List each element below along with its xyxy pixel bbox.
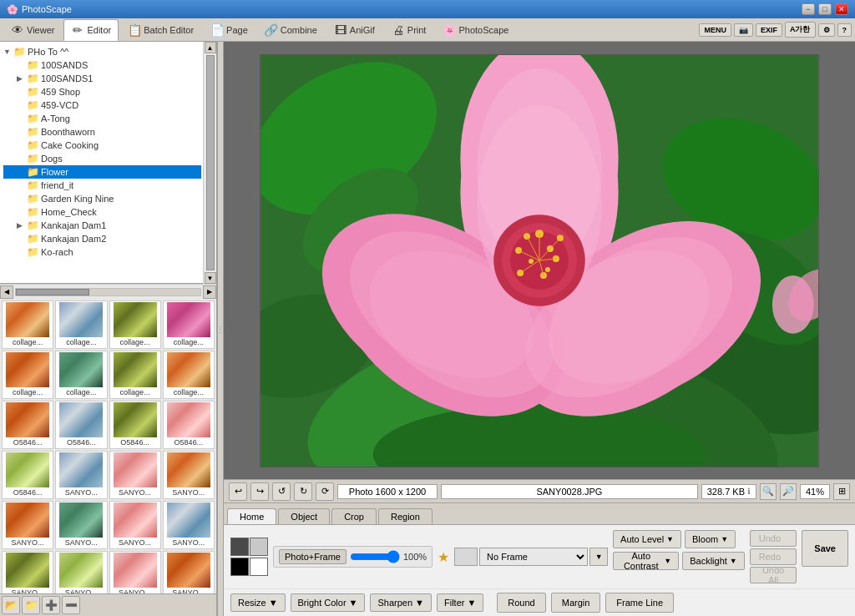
round-btn[interactable]: Round (497, 593, 545, 613)
list-item[interactable]: collage... (2, 300, 53, 349)
dark-swatch[interactable] (230, 538, 249, 556)
frame-line-btn[interactable]: Frame Line (605, 593, 674, 613)
refresh-btn[interactable]: ⟳ (316, 482, 334, 501)
tree-item-459vcd[interactable]: 📁 459-VCD (3, 98, 201, 112)
open-folder-btn[interactable]: 📂 (2, 596, 20, 614)
list-item[interactable]: O5846... (2, 451, 53, 499)
new-folder-btn[interactable]: 📁 (22, 596, 40, 614)
redo-btn[interactable]: ↪ (250, 482, 269, 501)
settings-btn[interactable]: ⚙ (818, 23, 835, 37)
lang-btn[interactable]: A가한 (785, 22, 816, 38)
rotate-left-btn[interactable]: ↺ (272, 482, 291, 501)
list-item[interactable]: collage... (109, 300, 161, 349)
add-btn[interactable]: ➕ (42, 596, 60, 614)
tab-home[interactable]: Home (227, 508, 276, 524)
hscroll-left-btn[interactable]: ◀ (0, 285, 13, 299)
hscroll-thumb[interactable] (16, 289, 89, 295)
hscroll-right-btn[interactable]: ▶ (203, 285, 216, 299)
tree-item-friendit[interactable]: 📁 friend_it (3, 179, 201, 192)
camera-btn[interactable]: 📷 (734, 23, 753, 37)
tree-item-flower[interactable]: 📁 Flower (3, 165, 201, 179)
zoom-out-btn[interactable]: 🔍 (760, 483, 777, 500)
tree-item-100sands1[interactable]: ▶ 📁 100SANDS1 (3, 72, 201, 85)
frame-select[interactable]: No Frame (479, 548, 588, 566)
tab-combine[interactable]: 🔗 Combine (257, 19, 325, 41)
resize-handle[interactable] (217, 42, 224, 616)
tree-item-homecheck[interactable]: 📁 Home_Check (3, 205, 201, 219)
minimize-button[interactable]: − (802, 3, 815, 15)
bright-color-btn[interactable]: Bright Color ▼ (291, 593, 366, 612)
photo-frame-btn[interactable]: Photo+Frame (279, 549, 347, 564)
list-item[interactable]: SANYO... (109, 551, 161, 593)
undo-btn[interactable]: ↩ (229, 482, 247, 501)
list-item[interactable]: SANYO... (163, 451, 215, 499)
save-btn[interactable]: Save (802, 530, 848, 567)
tab-editor[interactable]: ✏ Editor (63, 19, 119, 41)
zoom-in-btn[interactable]: 🔎 (780, 483, 797, 500)
undo-history-btn[interactable]: Undo (750, 530, 797, 547)
list-item[interactable]: SANYO... (55, 501, 107, 549)
tree-item-dogs[interactable]: 📁 Dogs (3, 152, 201, 165)
tab-anigif[interactable]: 🎞 AniGif (326, 19, 382, 41)
close-button[interactable]: ✕ (835, 3, 848, 15)
hscroll-track[interactable] (15, 288, 201, 296)
light-swatch[interactable] (250, 538, 268, 556)
maximize-button[interactable]: □ (818, 3, 832, 15)
tab-region[interactable]: Region (378, 508, 433, 524)
list-item[interactable]: SANYO... (2, 551, 53, 593)
list-item[interactable]: O5846... (2, 401, 53, 449)
redo-history-btn[interactable]: Redo (750, 548, 797, 565)
opacity-slider[interactable] (350, 551, 400, 563)
list-item[interactable]: SANYO... (163, 501, 215, 549)
tree-scrollbar[interactable]: ▲ ▼ (203, 42, 216, 284)
margin-btn[interactable]: Margin (551, 593, 601, 613)
list-item[interactable]: O5846... (163, 401, 215, 449)
auto-contrast-btn[interactable]: Auto Contrast ▼ (613, 552, 679, 570)
auto-level-btn[interactable]: Auto Level ▼ (613, 530, 681, 548)
list-item[interactable]: O5846... (109, 401, 161, 449)
exif-btn[interactable]: EXIF (756, 23, 782, 37)
frame-select-dropdown-btn[interactable]: ▼ (589, 548, 608, 566)
help-btn[interactable]: ? (837, 23, 852, 37)
tab-batch[interactable]: 📋 Batch Editor (120, 19, 201, 41)
list-item[interactable]: SANYO... (109, 501, 161, 549)
tab-viewer[interactable]: 👁 Viewer (3, 19, 62, 41)
list-item[interactable]: O5846... (55, 401, 107, 449)
scroll-down-btn[interactable]: ▼ (205, 272, 216, 284)
tab-print[interactable]: 🖨 Print (384, 19, 434, 41)
tab-object[interactable]: Object (278, 508, 330, 524)
list-item[interactable]: SANYO... (55, 551, 107, 593)
list-item[interactable]: SANYO... (55, 451, 107, 499)
list-item[interactable]: collage... (109, 351, 161, 399)
white-swatch[interactable] (250, 558, 268, 576)
list-item[interactable]: collage... (163, 351, 215, 399)
zoom-fit-btn[interactable]: ⊞ (833, 483, 850, 500)
tab-page[interactable]: 📄 Page (203, 19, 255, 41)
list-item[interactable]: SANYO... (109, 451, 161, 499)
tree-item-100sands[interactable]: 📁 100SANDS (3, 58, 201, 72)
list-item[interactable]: collage... (55, 300, 107, 349)
scroll-up-btn[interactable]: ▲ (205, 42, 216, 53)
tree-item-459shop[interactable]: 📁 459 Shop (3, 85, 201, 98)
tab-photoscape[interactable]: 🌸 PhotoScape (435, 19, 516, 41)
tree-item-kankajan2[interactable]: 📁 Kankajan Dam2 (3, 232, 201, 245)
backlight-btn[interactable]: Backlight ▼ (682, 552, 745, 570)
favorite-btn[interactable]: ★ (438, 549, 449, 565)
black-swatch[interactable] (230, 558, 249, 576)
remove-btn[interactable]: ➖ (62, 596, 80, 614)
filter-btn[interactable]: Filter ▼ (437, 593, 483, 612)
menu-btn[interactable]: MENU (699, 23, 731, 37)
bloom-btn[interactable]: Bloom ▼ (685, 530, 736, 548)
undo-all-btn[interactable]: Undo All (750, 567, 797, 583)
rotate-right-btn[interactable]: ↻ (294, 482, 312, 501)
sharpen-btn[interactable]: Sharpen ▼ (370, 593, 431, 612)
list-item[interactable]: collage... (2, 351, 53, 399)
resize-btn[interactable]: Resize ▼ (230, 593, 286, 612)
list-item[interactable]: SANYO... (163, 551, 215, 593)
tree-item-boonthaworn[interactable]: 📁 Boonthaworn (3, 125, 201, 139)
list-item[interactable]: collage... (55, 351, 107, 399)
tree-root[interactable]: ▼ 📁 PHo To ^^ (3, 45, 201, 58)
tree-item-kankajan1[interactable]: ▶ 📁 Kankajan Dam1 (3, 219, 201, 232)
scroll-thumb[interactable] (206, 55, 215, 270)
tree-item-korach[interactable]: 📁 Ko-rach (3, 245, 201, 259)
